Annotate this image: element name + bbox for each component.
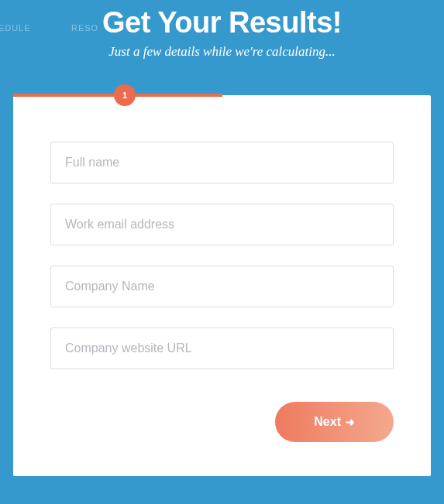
page-title: Get Your Results! — [0, 6, 444, 39]
form-card: 1 Next ➜ — [13, 95, 431, 476]
progress-step-badge: 1 — [114, 84, 136, 106]
header: Get Your Results! Just a few details whi… — [0, 0, 444, 60]
page-subtitle: Just a few details while we're calculati… — [0, 44, 444, 60]
fullname-field[interactable] — [50, 142, 394, 183]
bg-nav-text-1: CHEDULE — [0, 23, 31, 33]
progress-track — [13, 94, 431, 97]
bg-nav-text-2: RESO — [71, 23, 98, 33]
next-button[interactable]: Next ➜ — [275, 402, 394, 442]
email-field[interactable] — [50, 204, 394, 245]
next-button-label: Next — [314, 415, 341, 429]
company-field[interactable] — [50, 266, 394, 307]
website-field[interactable] — [50, 327, 394, 369]
arrow-right-icon: ➜ — [346, 416, 355, 428]
